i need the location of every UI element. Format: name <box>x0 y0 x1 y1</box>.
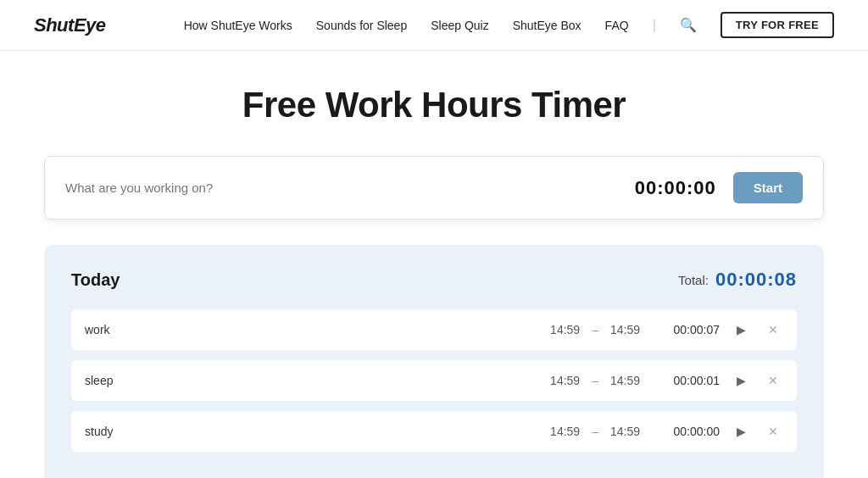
task-dash: – <box>592 425 598 438</box>
navbar: ShutEye How ShutEye Works Sounds for Sle… <box>0 0 868 51</box>
task-end-time: 14:59 <box>610 425 640 438</box>
nav-item-how-it-works[interactable]: How ShutEye Works <box>184 19 292 32</box>
task-play-button[interactable]: ▶ <box>732 421 751 442</box>
total-label: Total: <box>678 273 709 287</box>
task-times: 14:59 – 14:59 00:00:01 ▶ ✕ <box>339 370 783 391</box>
nav-item-faq[interactable]: FAQ <box>605 19 629 32</box>
task-dash: – <box>592 374 598 387</box>
task-start-time: 14:59 <box>550 323 580 336</box>
main-content: Free Work Hours Timer 00:00:00 Start Tod… <box>27 51 841 478</box>
today-total: Total: 00:00:08 <box>678 269 797 291</box>
task-row: 14:59 – 14:59 00:00:00 ▶ ✕ <box>71 411 797 452</box>
task-delete-button[interactable]: ✕ <box>763 370 783 391</box>
task-list: 14:59 – 14:59 00:00:07 ▶ ✕ 14:59 – 14:59… <box>71 309 797 452</box>
nav-item-sleep-quiz[interactable]: Sleep Quiz <box>431 19 488 32</box>
start-button[interactable]: Start <box>733 172 803 203</box>
try-for-free-button[interactable]: TRY FOR FREE <box>721 12 834 38</box>
nav-divider: | <box>653 18 656 33</box>
search-icon[interactable]: 🔍 <box>680 17 697 33</box>
task-start-time: 14:59 <box>550 374 580 387</box>
task-duration: 00:00:01 <box>652 374 720 387</box>
nav-links: How ShutEye Works Sounds for Sleep Sleep… <box>184 12 834 38</box>
timer-display: 00:00:00 <box>635 177 716 199</box>
nav-item-shuteye-box[interactable]: ShutEye Box <box>513 19 581 32</box>
task-play-button[interactable]: ▶ <box>732 370 751 391</box>
task-name-input[interactable] <box>85 374 339 387</box>
task-start-time: 14:59 <box>550 425 580 438</box>
today-section: Today Total: 00:00:08 14:59 – 14:59 00:0… <box>44 245 824 478</box>
task-duration: 00:00:07 <box>652 323 720 336</box>
total-time-display: 00:00:08 <box>715 269 797 291</box>
task-delete-button[interactable]: ✕ <box>763 320 783 340</box>
timer-card: 00:00:00 Start <box>44 156 824 220</box>
logo[interactable]: ShutEye <box>34 14 106 36</box>
task-play-button[interactable]: ▶ <box>732 320 751 340</box>
task-times: 14:59 – 14:59 00:00:00 ▶ ✕ <box>339 421 783 442</box>
today-header: Today Total: 00:00:08 <box>71 269 797 291</box>
task-name-input[interactable] <box>85 323 339 336</box>
task-times: 14:59 – 14:59 00:00:07 ▶ ✕ <box>339 320 783 340</box>
task-input[interactable] <box>65 181 635 195</box>
task-end-time: 14:59 <box>610 374 640 387</box>
nav-item-sounds-for-sleep[interactable]: Sounds for Sleep <box>316 19 407 32</box>
task-delete-button[interactable]: ✕ <box>763 421 783 442</box>
task-row: 14:59 – 14:59 00:00:07 ▶ ✕ <box>71 309 797 350</box>
today-label: Today <box>71 270 120 290</box>
task-end-time: 14:59 <box>610 323 640 336</box>
task-duration: 00:00:00 <box>652 425 720 438</box>
task-row: 14:59 – 14:59 00:00:01 ▶ ✕ <box>71 360 797 401</box>
task-name-input[interactable] <box>85 425 339 438</box>
task-dash: – <box>592 323 598 336</box>
page-title: Free Work Hours Timer <box>44 85 824 125</box>
